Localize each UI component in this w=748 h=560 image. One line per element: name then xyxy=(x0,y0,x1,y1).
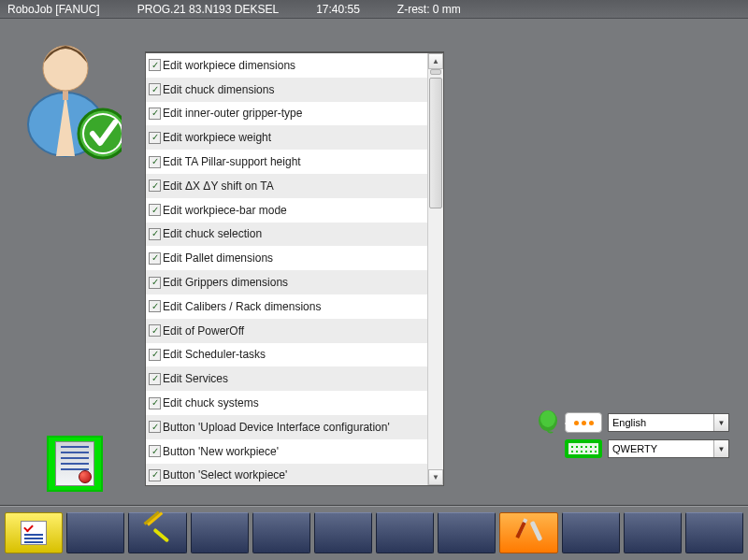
toolbar-settings-button[interactable] xyxy=(499,512,557,553)
permission-row[interactable]: ✓Button 'Upload Device Interface configu… xyxy=(146,415,427,439)
toolbar-button-11[interactable] xyxy=(624,512,682,553)
permission-row[interactable]: ✓Edit workpiece-bar mode xyxy=(146,198,427,223)
toolbar-checklist-button[interactable] xyxy=(5,512,63,553)
permission-label: Button 'Upload Device Interface configur… xyxy=(163,421,390,434)
checkbox-icon[interactable]: ✓ xyxy=(149,397,161,409)
scroll-thumb[interactable] xyxy=(429,78,442,208)
permission-label: Button 'Select workpiece' xyxy=(163,468,287,481)
checkbox-icon[interactable]: ✓ xyxy=(149,349,161,361)
tools-icon xyxy=(144,520,170,546)
checkbox-icon[interactable]: ✓ xyxy=(149,228,161,240)
divider xyxy=(0,505,748,506)
toolbar-button-4[interactable] xyxy=(191,512,249,553)
checkbox-icon[interactable]: ✓ xyxy=(149,156,161,168)
permission-label: Edit Pallet dimensions xyxy=(163,251,273,265)
toolbar-button-5[interactable] xyxy=(252,512,310,553)
permission-label: Edit chuck dimensions xyxy=(163,83,274,96)
permission-row[interactable]: ✓Edit Grippers dimensions xyxy=(146,270,427,294)
checkbox-icon[interactable]: ✓ xyxy=(149,421,161,433)
toolbar-button-6[interactable] xyxy=(314,512,372,553)
permission-row[interactable]: ✓Edit TA Pillar-support height xyxy=(146,150,427,174)
keyboard-icon xyxy=(565,439,602,458)
checkbox-icon[interactable]: ✓ xyxy=(149,445,161,457)
svg-point-3 xyxy=(43,46,88,91)
scrollbar[interactable]: ▲ ▼ xyxy=(427,53,443,485)
permission-row[interactable]: ✓Edit of PowerOff xyxy=(146,319,427,343)
title-app: RoboJob [FANUC] xyxy=(7,3,100,16)
permission-row[interactable]: ✓Edit chuck systems xyxy=(146,391,427,415)
scroll-down-button[interactable]: ▼ xyxy=(428,469,443,485)
permission-row[interactable]: ✓Button 'New workpiece' xyxy=(146,439,427,464)
permission-label: Edit Grippers dimensions xyxy=(163,276,288,289)
checkbox-icon[interactable]: ✓ xyxy=(149,83,161,95)
permission-row[interactable]: ✓Edit Calibers / Rack dimensions xyxy=(146,294,427,319)
permission-label: Edit of PowerOff xyxy=(163,324,244,337)
permission-row[interactable]: ✓Edit Scheduler-tasks xyxy=(146,343,427,367)
certificate-icon xyxy=(55,441,94,486)
checkbox-icon[interactable]: ✓ xyxy=(149,252,161,265)
checkbox-icon[interactable]: ✓ xyxy=(149,324,161,337)
permission-row[interactable]: ✓Edit workpiece dimensions xyxy=(146,53,427,78)
speech-bubble-icon xyxy=(565,412,602,433)
checkbox-icon[interactable]: ✓ xyxy=(149,108,161,120)
svg-point-8 xyxy=(540,410,555,427)
language-value: English xyxy=(612,417,646,428)
permission-label: Edit workpiece dimensions xyxy=(163,59,295,72)
permission-row[interactable]: ✓Edit Pallet dimensions xyxy=(146,246,427,270)
keyboard-value: QWERTY xyxy=(612,443,657,454)
permission-row[interactable]: ✓Edit workpiece weight xyxy=(146,125,427,150)
permission-row[interactable]: ✓Edit inner-outer gripper-type xyxy=(146,102,427,126)
checkbox-icon[interactable]: ✓ xyxy=(149,300,161,312)
scroll-track-indicator[interactable] xyxy=(430,69,441,75)
checkbox-icon[interactable]: ✓ xyxy=(149,469,161,481)
keyboard-select[interactable]: QWERTY ▼ xyxy=(608,439,729,458)
permission-label: Edit inner-outer gripper-type xyxy=(163,107,302,120)
checkbox-icon[interactable]: ✓ xyxy=(149,204,161,216)
permission-label: Edit workpiece weight xyxy=(163,131,271,144)
speech-icon xyxy=(537,409,559,436)
chevron-down-icon: ▼ xyxy=(713,440,728,457)
checkbox-icon[interactable]: ✓ xyxy=(149,179,161,192)
permission-label: Edit TA Pillar-support height xyxy=(163,155,301,168)
toolbar-button-2[interactable] xyxy=(66,512,124,553)
permission-label: Edit ΔX ΔY shift on TA xyxy=(163,179,274,193)
permission-row[interactable]: ✓Button 'Select workpiece' xyxy=(146,464,427,485)
bottom-toolbar xyxy=(0,506,748,560)
permission-row[interactable]: ✓Edit Services xyxy=(146,366,427,391)
permission-label: Edit workpiece-bar mode xyxy=(163,204,287,217)
language-row: English ▼ xyxy=(537,409,729,436)
svg-rect-2 xyxy=(63,91,68,100)
certificate-button[interactable] xyxy=(47,436,103,492)
toolbar-tools-button[interactable] xyxy=(128,512,186,553)
main-area: ✓Edit workpiece dimensions✓Edit chuck di… xyxy=(0,19,748,506)
permission-label: Button 'New workpiece' xyxy=(163,445,279,458)
permission-row[interactable]: ✓Edit chuck dimensions xyxy=(146,78,427,102)
permission-row[interactable]: ✓Edit ΔX ΔY shift on TA xyxy=(146,174,427,198)
title-time: 17:40:55 xyxy=(316,3,360,16)
permission-label: Edit chuck systems xyxy=(163,396,259,409)
title-prog: PROG.21 83.N193 DEKSEL xyxy=(137,3,279,16)
language-select[interactable]: English ▼ xyxy=(608,413,729,432)
checklist-icon xyxy=(21,521,47,545)
toolbar-button-7[interactable] xyxy=(376,512,434,553)
permission-row[interactable]: ✓Edit chuck selection xyxy=(146,223,427,247)
permissions-list: ✓Edit workpiece dimensions✓Edit chuck di… xyxy=(145,51,444,486)
checkbox-icon[interactable]: ✓ xyxy=(149,59,161,71)
scroll-up-button[interactable]: ▲ xyxy=(428,53,443,69)
checkbox-icon[interactable]: ✓ xyxy=(149,277,161,289)
title-zrest: Z-rest: 0 mm xyxy=(397,3,461,16)
checkbox-icon[interactable]: ✓ xyxy=(149,132,161,144)
permission-label: Edit Services xyxy=(163,372,228,385)
permission-label: Edit chuck selection xyxy=(163,227,262,240)
permission-label: Edit Scheduler-tasks xyxy=(163,348,266,361)
chevron-down-icon: ▼ xyxy=(713,414,728,431)
user-avatar-icon xyxy=(23,33,122,164)
title-bar: RoboJob [FANUC] PROG.21 83.N193 DEKSEL 1… xyxy=(0,0,748,19)
checkbox-icon[interactable]: ✓ xyxy=(149,373,161,385)
permission-label: Edit Calibers / Rack dimensions xyxy=(163,300,321,313)
toolbar-button-12[interactable] xyxy=(685,512,743,553)
keyboard-row: QWERTY ▼ xyxy=(565,439,729,458)
toolbar-button-8[interactable] xyxy=(438,512,496,553)
toolbar-button-10[interactable] xyxy=(562,512,620,553)
wrench-screwdriver-icon xyxy=(514,519,542,547)
